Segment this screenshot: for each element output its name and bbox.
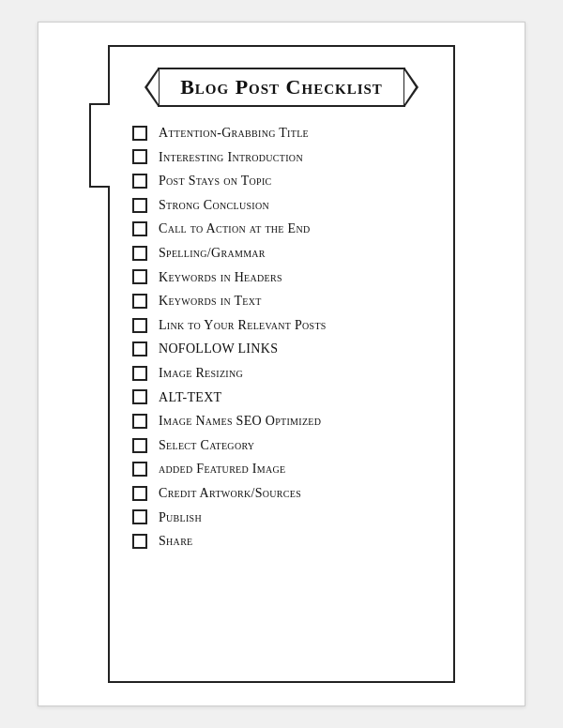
checkbox-9[interactable] xyxy=(132,318,147,333)
checkbox-12[interactable] xyxy=(132,389,147,404)
checkbox-7[interactable] xyxy=(132,269,147,284)
list-item[interactable]: Call to Action at the End xyxy=(132,220,431,238)
item-label-15: added Featured Image xyxy=(159,460,285,478)
checkbox-15[interactable] xyxy=(132,462,147,477)
item-label-4: Strong Conclusion xyxy=(159,196,269,215)
item-label-12: ALT-TEXT xyxy=(159,388,221,407)
item-label-18: Share xyxy=(159,532,193,551)
list-item[interactable]: Attention-Grabbing Title xyxy=(132,124,431,143)
page: mom Envy HOME·LIFE Blog Post Checklist A… xyxy=(38,22,525,706)
list-item[interactable]: Image Names SEO Optimized xyxy=(132,412,431,431)
checkbox-14[interactable] xyxy=(132,438,147,453)
banner-wrap: Blog Post Checklist xyxy=(132,68,431,107)
checklist-title: Blog Post Checklist xyxy=(158,68,405,107)
banner-left-arrow xyxy=(145,68,158,106)
list-item[interactable]: Image Resizing xyxy=(132,364,431,383)
checkbox-13[interactable] xyxy=(132,414,147,429)
checkbox-10[interactable] xyxy=(132,341,147,356)
list-item[interactable]: ALT-TEXT xyxy=(132,388,431,407)
list-item[interactable]: Credit Artwork/Sources xyxy=(132,484,431,503)
item-label-11: Image Resizing xyxy=(159,364,243,383)
item-label-13: Image Names SEO Optimized xyxy=(159,412,321,431)
list-item[interactable]: Strong Conclusion xyxy=(132,196,431,215)
item-label-16: Credit Artwork/Sources xyxy=(159,484,301,503)
item-label-2: Interesting Introduction xyxy=(159,148,303,167)
checkbox-3[interactable] xyxy=(132,174,147,189)
checkbox-16[interactable] xyxy=(132,486,147,501)
banner: Blog Post Checklist xyxy=(158,68,405,107)
list-item[interactable]: NOFOLLOW LINKS xyxy=(132,340,431,358)
list-item[interactable]: Keywords in Headers xyxy=(132,268,431,287)
item-label-6: Spelling/Grammar xyxy=(159,244,266,263)
list-item[interactable]: Select Category xyxy=(132,436,431,455)
checkbox-1[interactable] xyxy=(132,126,147,141)
banner-right-arrow xyxy=(405,68,418,106)
item-label-7: Keywords in Headers xyxy=(159,268,282,287)
checkbox-2[interactable] xyxy=(132,149,147,164)
item-label-5: Call to Action at the End xyxy=(159,220,310,238)
checkbox-17[interactable] xyxy=(132,509,147,524)
list-item[interactable]: added Featured Image xyxy=(132,460,431,478)
item-label-8: Keywords in Text xyxy=(159,292,262,311)
checkbox-8[interactable] xyxy=(132,294,147,309)
checkbox-5[interactable] xyxy=(132,221,147,236)
item-label-3: Post Stays on Topic xyxy=(159,172,272,190)
list-item[interactable]: Publish xyxy=(132,508,431,527)
list-item[interactable]: Keywords in Text xyxy=(132,292,431,311)
list-item[interactable]: Share xyxy=(132,532,431,551)
list-item[interactable]: Link to Your Relevant Posts xyxy=(132,316,431,335)
item-label-9: Link to Your Relevant Posts xyxy=(159,316,327,335)
list-item[interactable]: Spelling/Grammar xyxy=(132,244,431,263)
checkbox-6[interactable] xyxy=(132,246,147,261)
list-item[interactable]: Post Stays on Topic xyxy=(132,172,431,190)
item-label-10: NOFOLLOW LINKS xyxy=(159,340,278,358)
item-label-1: Attention-Grabbing Title xyxy=(159,124,309,143)
side-tab xyxy=(89,103,110,188)
item-label-17: Publish xyxy=(159,508,202,527)
checkbox-4[interactable] xyxy=(132,198,147,213)
checklist: Attention-Grabbing Title Interesting Int… xyxy=(132,124,431,551)
item-label-14: Select Category xyxy=(159,436,254,455)
checkbox-18[interactable] xyxy=(132,534,147,549)
checklist-card: Blog Post Checklist Attention-Grabbing T… xyxy=(108,45,455,683)
list-item[interactable]: Interesting Introduction xyxy=(132,148,431,167)
checkbox-11[interactable] xyxy=(132,366,147,381)
